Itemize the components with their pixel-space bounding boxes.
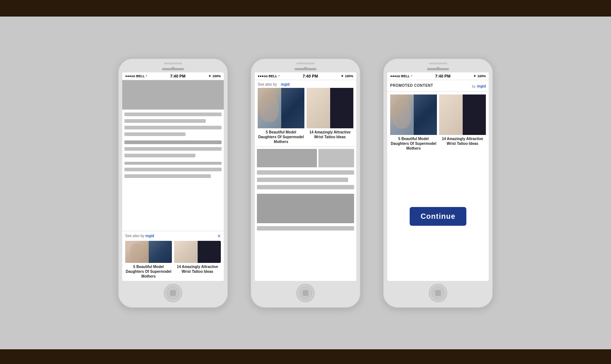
placeholder-block — [124, 140, 222, 144]
widget-img-2 — [174, 241, 221, 263]
carrier-2: ●●●oo BELL ᵕ — [258, 74, 280, 78]
promoted-header-3: PROMOTED CONTENT by mgid — [387, 80, 489, 92]
phone-speaker-2 — [296, 63, 315, 64]
continue-button[interactable]: Continue — [410, 207, 467, 226]
phone-3: ●●●oo BELL ᵕ 7:40 PM ✦ 100% PROMOTED CON… — [383, 58, 493, 308]
promoted-title-3: PROMOTED CONTENT — [390, 83, 433, 88]
home-square-3 — [435, 290, 441, 296]
time-3: 7:40 PM — [435, 74, 451, 78]
phone-speaker — [164, 63, 182, 64]
phone-screen-1: ●●●oo BELL ᵕ 7:40 PM ✦ 100% — [122, 72, 224, 281]
promoted-by-3: by mgid — [472, 82, 486, 89]
widget-item-2b[interactable]: 14 Amazingly Attractive Wrist Tattoo Ide… — [307, 88, 353, 144]
placeholder-row — [124, 174, 211, 178]
widget-grid-1: 5 Beautiful Model Daughters Of Supermode… — [125, 241, 221, 279]
promoted-grid-3: 5 Beautiful Model Daughters Of Supermode… — [387, 92, 489, 152]
mgid-logo-1: mgid — [145, 234, 154, 238]
two-col-images — [257, 149, 354, 167]
see-also-label-1: See also by mgid — [125, 234, 154, 238]
phone-camera-2 — [304, 67, 307, 70]
phone-camera — [172, 67, 174, 70]
placeholder-row — [257, 226, 354, 231]
battery-2: ✦ 100% — [341, 74, 353, 78]
women-img-2 — [258, 88, 304, 128]
placeholder-row — [124, 132, 186, 136]
widget-panel-1: See also by mgid ✕ 5 Beautiful Model Dau… — [122, 231, 224, 281]
carrier-3: ●●●oo BELL ᵕ — [390, 74, 412, 78]
home-button-1[interactable] — [164, 284, 182, 302]
women-img-3 — [390, 94, 437, 135]
placeholder-row — [257, 170, 354, 175]
placeholder-row — [124, 154, 195, 157]
mgid-logo-3: mgid — [477, 84, 486, 88]
phone-camera-3 — [437, 67, 439, 70]
phone-1: ●●●oo BELL ᵕ 7:40 PM ✦ 100% — [118, 58, 228, 308]
bottom-bar — [0, 349, 611, 364]
tattoo-img-3 — [439, 94, 486, 135]
tattoo-img-2 — [307, 88, 353, 128]
home-button-3[interactable] — [429, 284, 447, 302]
widget-item-2a[interactable]: 5 Beautiful Model Daughters Of Supermode… — [258, 88, 304, 144]
phone-speaker-3 — [429, 63, 447, 64]
phone-screen-3: ●●●oo BELL ᵕ 7:40 PM ✦ 100% PROMOTED CON… — [387, 72, 489, 281]
placeholder-row — [124, 126, 222, 129]
placeholder-row — [124, 168, 222, 171]
widget-title-2: 14 Amazingly Attractive Wrist Tattoo Ide… — [174, 264, 221, 274]
widget-img-1 — [125, 241, 172, 263]
widget-item-2[interactable]: 14 Amazingly Attractive Wrist Tattoo Ide… — [174, 241, 221, 279]
widget-header-1: See also by mgid ✕ — [125, 233, 221, 239]
placeholder-row — [124, 113, 222, 116]
top-bar — [0, 0, 611, 17]
placeholder-block — [124, 162, 222, 165]
placeholder-row — [257, 185, 354, 189]
promoted-item-3b[interactable]: 14 Amazingly Attractive Wrist Tattoo Ide… — [439, 94, 486, 151]
placeholder-row — [124, 147, 222, 151]
home-square-1 — [170, 290, 176, 296]
widget-top-2: See also by mgid 5 Beautiful Mode — [255, 80, 356, 147]
home-button-2[interactable] — [296, 284, 315, 302]
battery-1: ✦ 100% — [208, 74, 221, 78]
widget-title-2a: 5 Beautiful Model Daughters Of Supermode… — [258, 130, 304, 144]
content-image-1 — [122, 80, 224, 110]
status-bar-1: ●●●oo BELL ᵕ 7:40 PM ✦ 100% — [122, 72, 224, 80]
carrier-1: ●●●oo BELL ᵕ — [125, 74, 147, 78]
promoted-item-3a[interactable]: 5 Beautiful Model Daughters Of Supermode… — [390, 94, 437, 151]
widget-title-1: 5 Beautiful Model Daughters Of Supermode… — [125, 264, 172, 279]
placeholder-row — [124, 119, 206, 123]
mgid-logo-2: mgid — [281, 82, 290, 86]
home-inner-3 — [431, 286, 445, 300]
placeholder-thumb-a — [257, 149, 317, 167]
page-content-2 — [255, 147, 356, 281]
placeholder-large-block — [257, 194, 354, 223]
placeholder-row — [257, 178, 348, 182]
placeholder-thumb-b — [318, 149, 354, 167]
promoted-title-3a: 5 Beautiful Model Daughters Of Supermode… — [390, 136, 437, 151]
close-button-1[interactable]: ✕ — [217, 233, 221, 239]
home-inner-2 — [299, 286, 312, 300]
widget-item-1[interactable]: 5 Beautiful Model Daughters Of Supermode… — [125, 241, 172, 279]
home-square-2 — [303, 290, 308, 296]
widget-grid-2: 5 Beautiful Model Daughters Of Supermode… — [258, 88, 353, 144]
status-bar-2: ●●●oo BELL ᵕ 7:40 PM ✦ 100% — [255, 72, 356, 80]
widget-top-header-2: See also by mgid — [258, 82, 353, 86]
phone-screen-2: ●●●oo BELL ᵕ 7:40 PM ✦ 100% See also by … — [255, 72, 356, 281]
widget-title-2b: 14 Amazingly Attractive Wrist Tattoo Ide… — [307, 130, 353, 139]
page-content-1 — [122, 80, 224, 231]
phone-2: ●●●oo BELL ᵕ 7:40 PM ✦ 100% See also by … — [250, 58, 361, 308]
home-inner-1 — [166, 286, 180, 300]
status-bar-3: ●●●oo BELL ᵕ 7:40 PM ✦ 100% — [387, 72, 489, 80]
time-2: 7:40 PM — [303, 74, 318, 78]
promoted-title-3b: 14 Amazingly Attractive Wrist Tattoo Ide… — [439, 136, 486, 146]
time-1: 7:40 PM — [170, 74, 186, 78]
battery-3: ✦ 100% — [473, 74, 486, 78]
continue-container: Continue — [387, 152, 489, 281]
main-area: ●●●oo BELL ᵕ 7:40 PM ✦ 100% — [0, 17, 611, 349]
